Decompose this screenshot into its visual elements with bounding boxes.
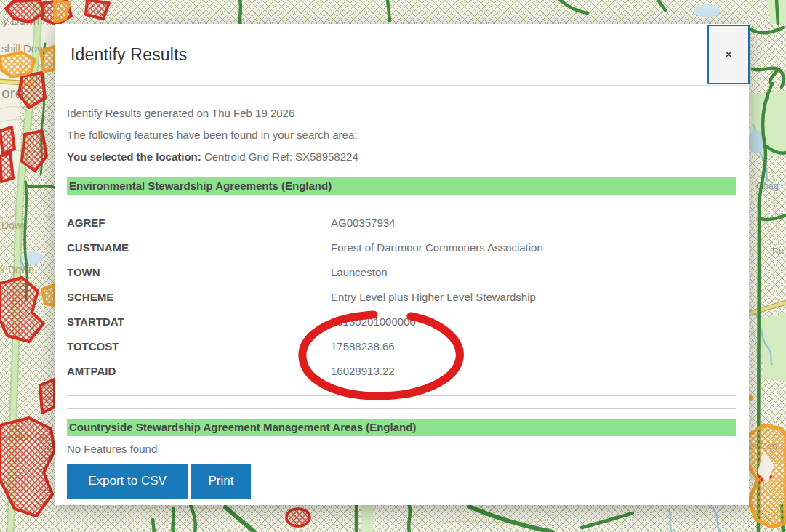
map-label: k Down bbox=[0, 264, 34, 275]
field-value: Forest of Dartmoor Commoners Association bbox=[331, 235, 543, 260]
section-header-countryside-stewardship: Countryside Stewardship Agreement Manage… bbox=[67, 419, 736, 436]
field-label: TOTCOST bbox=[67, 334, 331, 359]
map-label: Down bbox=[1, 219, 28, 231]
table-row: TOWN Launceston bbox=[67, 260, 736, 285]
divider bbox=[67, 408, 736, 409]
close-button[interactable]: × bbox=[707, 25, 750, 84]
export-csv-button[interactable]: Export to CSV bbox=[67, 464, 188, 499]
identify-results-dialog: Identify Results × Identify Results gene… bbox=[55, 24, 749, 505]
results-table: AGREF AG00357934 CUSTNAME Forest of Dart… bbox=[67, 211, 736, 384]
selected-location-label: You selected the location: bbox=[67, 150, 201, 163]
screen: y Down shill Down ord Down k Down eardon… bbox=[0, 0, 786, 532]
table-row: TOTCOST 17588238.66 bbox=[67, 334, 736, 359]
divider bbox=[67, 395, 736, 396]
selected-location-line: You selected the location: Centroid Grid… bbox=[67, 146, 736, 168]
field-label: AGREF bbox=[67, 211, 331, 235]
field-label: SCHEME bbox=[67, 285, 331, 310]
field-label: AMTPAID bbox=[67, 359, 331, 384]
field-value: 20130201000000 bbox=[331, 310, 416, 334]
generated-on-line: Identify Results generated on Thu Feb 19… bbox=[67, 102, 736, 124]
field-value: AG00357934 bbox=[331, 211, 395, 235]
no-features-text: No Features found bbox=[67, 441, 736, 457]
map-label: Bu bbox=[772, 246, 784, 257]
table-row: AGREF AG00357934 bbox=[67, 211, 736, 235]
table-row: AMTPAID 16028913.22 bbox=[67, 359, 736, 384]
action-buttons: Export to CSV Print bbox=[67, 464, 736, 499]
field-value: Launceston bbox=[331, 260, 388, 285]
intro-text: Identify Results generated on Thu Feb 19… bbox=[67, 102, 736, 168]
selected-location-value: Centroid Grid Ref: SX58958224 bbox=[201, 150, 358, 163]
close-icon: × bbox=[724, 47, 732, 63]
field-label: CUSTNAME bbox=[67, 235, 331, 260]
field-value: Entry Level plus Higher Level Stewardshi… bbox=[331, 285, 536, 310]
field-value: 16028913.22 bbox=[331, 359, 395, 384]
table-row: STARTDAT 20130201000000 bbox=[67, 310, 736, 334]
table-row: SCHEME Entry Level plus Higher Level Ste… bbox=[67, 285, 736, 310]
dialog-header: Identify Results × bbox=[55, 24, 749, 86]
table-row: CUSTNAME Forest of Dartmoor Commoners As… bbox=[67, 235, 736, 260]
dialog-body: Identify Results generated on Thu Feb 19… bbox=[55, 102, 749, 499]
dialog-title: Identify Results bbox=[55, 45, 187, 65]
map-pond-small bbox=[694, 4, 720, 17]
field-label: STARTDAT bbox=[67, 310, 331, 334]
field-label: TOWN bbox=[67, 260, 331, 285]
field-value: 17588238.66 bbox=[331, 334, 395, 359]
print-button[interactable]: Print bbox=[191, 464, 251, 499]
section-header-environmental-stewardship: Environmental Stewardship Agreements (En… bbox=[67, 177, 736, 195]
features-found-line: The following features have been found i… bbox=[67, 124, 736, 146]
